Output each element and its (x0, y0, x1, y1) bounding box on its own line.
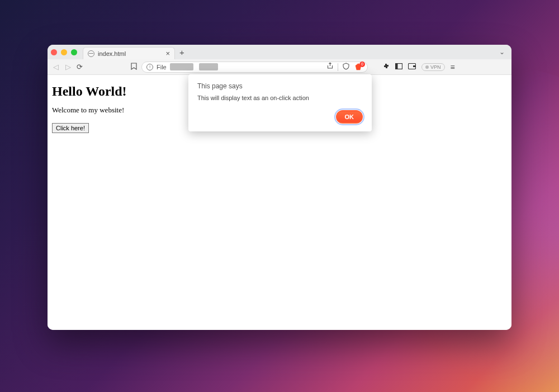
divider (338, 63, 338, 71)
wallet-icon[interactable] (408, 63, 416, 71)
alert-message: This will display text as an on-click ac… (197, 95, 363, 101)
new-tab-button[interactable]: + (175, 48, 189, 57)
svg-rect-3 (413, 65, 415, 67)
alert-ok-button[interactable]: OK (336, 110, 363, 124)
browser-tab[interactable]: index.html × (83, 47, 175, 59)
vpn-button[interactable]: VPN (421, 63, 445, 71)
toolbar: ◁ ▷ ⟳ ! File 0 (48, 59, 511, 75)
forward-button[interactable]: ▷ (64, 63, 72, 71)
vpn-status-dot (425, 65, 429, 69)
url-scheme-label: File (157, 64, 167, 70)
svg-rect-1 (396, 63, 398, 69)
brave-rewards-icon[interactable]: 0 (354, 63, 363, 72)
alert-title: This page says (197, 82, 363, 90)
url-redacted-segment (199, 63, 218, 70)
address-bar[interactable]: ! File 0 (141, 62, 368, 73)
reload-button[interactable]: ⟳ (77, 63, 83, 71)
maximize-window-button[interactable] (71, 49, 77, 55)
tab-title: index.html (98, 50, 126, 57)
close-window-button[interactable] (51, 49, 57, 55)
globe-icon (88, 50, 94, 57)
tab-bar: index.html × + ⌄ (48, 45, 511, 59)
click-here-button[interactable]: Click here! (52, 123, 89, 133)
extensions-icon[interactable] (382, 63, 390, 72)
share-icon[interactable] (327, 63, 333, 71)
tabs-overflow-button[interactable]: ⌄ (499, 48, 505, 56)
window-controls (51, 49, 77, 55)
sidebar-panel-icon[interactable] (395, 63, 402, 71)
minimize-window-button[interactable] (61, 49, 67, 55)
javascript-alert-dialog: This page says This will display text as… (188, 74, 372, 131)
vpn-label: VPN (430, 64, 441, 70)
brave-badge: 0 (359, 62, 365, 67)
bookmark-button[interactable] (131, 63, 137, 72)
shields-icon[interactable] (343, 63, 349, 72)
back-button[interactable]: ◁ (52, 63, 60, 71)
close-tab-button[interactable]: × (165, 49, 170, 58)
url-redacted-segment (170, 63, 193, 70)
app-menu-button[interactable]: ≡ (451, 63, 455, 72)
site-info-icon[interactable]: ! (146, 64, 153, 70)
